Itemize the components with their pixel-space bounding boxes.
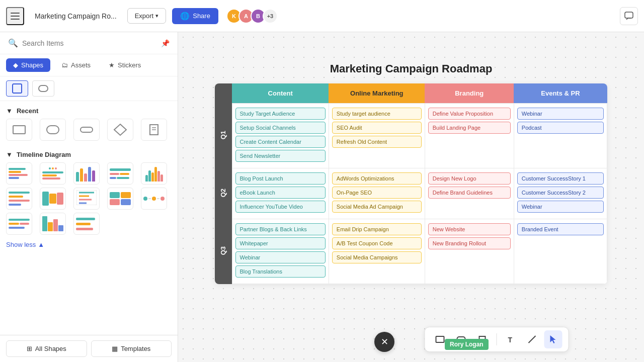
timeline-shapes-grid [6, 162, 172, 239]
timeline-section-header[interactable]: ▼ Timeline Diagram [6, 145, 172, 162]
task-badge[interactable]: Whitepaper [235, 237, 326, 249]
task-badge[interactable]: Webinar [517, 201, 604, 213]
task-badge[interactable]: AdWords Optimizations [332, 172, 422, 185]
timeline-shape-7[interactable] [40, 188, 66, 210]
timeline-shape-13[interactable] [73, 213, 100, 235]
task-badge[interactable]: Social Media Campaigns [332, 251, 422, 263]
task-badge[interactable]: Customer SuccessStory 1 [517, 172, 604, 185]
svg-rect-0 [11, 13, 20, 14]
timeline-shape-9[interactable] [107, 188, 133, 210]
close-button[interactable]: ✕ [374, 332, 394, 352]
shapes-sub-tabs [0, 76, 178, 101]
tool-pointer[interactable] [544, 330, 562, 348]
tab-assets[interactable]: 🗂 Assets [54, 58, 98, 72]
sub-tab-2[interactable] [32, 80, 54, 97]
task-badge[interactable]: Email Drip Campaign [332, 223, 422, 235]
task-badge[interactable]: SEO Audit [332, 122, 422, 134]
svg-text:T: T [508, 336, 513, 344]
svg-rect-3 [625, 12, 633, 18]
task-badge[interactable]: New Website [428, 223, 511, 235]
shape-pill[interactable] [73, 119, 100, 141]
task-badge[interactable]: Study target audience [332, 108, 422, 120]
timeline-label: Timeline Diagram [17, 151, 71, 158]
tool-rounded-rect[interactable] [452, 330, 470, 348]
task-badge[interactable]: Customer SuccessStory 2 [517, 187, 604, 199]
menu-button[interactable] [6, 7, 24, 25]
task-badge[interactable]: Podcast [517, 122, 604, 134]
tool-parallelogram[interactable] [473, 330, 492, 348]
shapes-icon: ◆ [13, 61, 18, 69]
timeline-shape-1[interactable] [6, 162, 32, 185]
col-header-branding: Branding [425, 83, 514, 104]
col-header-online: Online Marketing [329, 83, 425, 104]
task-badge[interactable]: Blog Post Launch [235, 172, 326, 185]
svg-rect-8 [80, 127, 93, 132]
task-badge[interactable]: Study Target Audience [235, 108, 326, 120]
task-badge[interactable]: Partner Blogs & Back Links [235, 223, 326, 235]
search-input[interactable] [22, 39, 157, 47]
task-badge[interactable]: Create Content Calendar [235, 136, 326, 148]
timeline-shape-10[interactable] [141, 188, 167, 210]
timeline-shape-5[interactable] [141, 162, 167, 185]
all-shapes-button[interactable]: ⊞ All Shapes [6, 340, 87, 357]
task-cell: Design New LogoDefine Brand Guidelines [425, 168, 514, 219]
shape-document[interactable] [141, 119, 167, 141]
templates-button[interactable]: ▦ Templates [91, 340, 172, 357]
task-badge[interactable]: On-Page SEO [332, 187, 422, 199]
recent-section-header[interactable]: ▼ Recent [6, 101, 172, 119]
globe-icon: 🌐 [180, 12, 190, 21]
svg-rect-5 [39, 85, 48, 92]
tab-shapes[interactable]: ◆ Shapes [6, 58, 50, 72]
export-button[interactable]: Export ▾ [127, 8, 167, 24]
svg-rect-6 [13, 126, 25, 134]
timeline-shape-6[interactable] [6, 188, 32, 210]
tool-text[interactable]: T [502, 330, 520, 348]
chevron-down-icon: ▾ [155, 13, 158, 19]
timeline-shape-4[interactable] [107, 162, 133, 185]
task-badge[interactable]: Refresh Old Content [332, 136, 422, 148]
task-cell: Study target audienceSEO AuditRefresh Ol… [329, 104, 425, 168]
task-cell: Study Target AudienceSetup Social Channe… [232, 104, 329, 168]
canvas-area[interactable]: Marketing Campaign Roadmap Content Onlin… [178, 32, 644, 362]
task-badge[interactable]: A/B Test Coupon Code [332, 237, 422, 249]
task-badge[interactable]: Branded Event [517, 223, 604, 235]
shape-rectangle[interactable] [6, 119, 32, 141]
task-badge[interactable]: Influencer YouTube Video [235, 201, 326, 213]
tab-stickers[interactable]: ★ Stickers [102, 58, 148, 72]
task-badge[interactable]: Setup Social Channels [235, 122, 326, 134]
timeline-shape-8[interactable] [73, 188, 100, 210]
doc-title[interactable]: Marketing Campaign Ro... [30, 10, 121, 23]
share-button[interactable]: 🌐 Share [172, 8, 218, 24]
sub-tab-1[interactable] [6, 80, 28, 97]
chevron-up-icon: ▲ [38, 241, 44, 248]
timeline-shape-2[interactable] [40, 162, 66, 185]
table-row: Q3Partner Blogs & Back LinksWhitepaperWe… [215, 219, 607, 284]
timeline-shape-12[interactable] [40, 213, 66, 235]
shape-rounded-rect[interactable] [40, 119, 66, 141]
task-cell: AdWords OptimizationsOn-Page SEOSocial M… [329, 168, 425, 219]
task-badge[interactable]: Social Media Ad Campaign [332, 201, 422, 213]
tool-line[interactable] [523, 330, 541, 348]
timeline-shape-11[interactable] [6, 213, 32, 235]
task-badge[interactable]: eBook Launch [235, 187, 326, 199]
comment-button[interactable] [620, 7, 638, 25]
task-badge[interactable]: Define Brand Guidelines [428, 187, 511, 199]
left-panel: 🔍 📌 ◆ Shapes 🗂 Assets ★ Stickers [0, 32, 178, 362]
task-cell: Partner Blogs & Back LinksWhitepaperWebi… [232, 219, 329, 284]
toolbar-separator [497, 333, 497, 345]
task-badge[interactable]: Webinar [517, 108, 604, 120]
task-badge[interactable]: New Branding Rollout [428, 237, 511, 249]
task-badge[interactable]: Build Landing Page [428, 122, 511, 134]
tool-rectangle[interactable] [431, 330, 449, 348]
timeline-shape-3[interactable] [73, 162, 100, 185]
avatar-count[interactable]: +3 [263, 9, 278, 24]
pin-icon[interactable]: 📌 [161, 39, 170, 47]
task-badge[interactable]: Blog Translations [235, 265, 326, 278]
shape-diamond[interactable] [107, 119, 133, 141]
task-badge[interactable]: Design New Logo [428, 172, 511, 185]
show-less-button[interactable]: Show less ▲ [6, 239, 172, 254]
svg-rect-2 [11, 19, 20, 20]
task-badge[interactable]: Webinar [235, 251, 326, 263]
task-badge[interactable]: Send Newsletter [235, 150, 326, 162]
task-badge[interactable]: Define Value Proposition [428, 108, 511, 120]
